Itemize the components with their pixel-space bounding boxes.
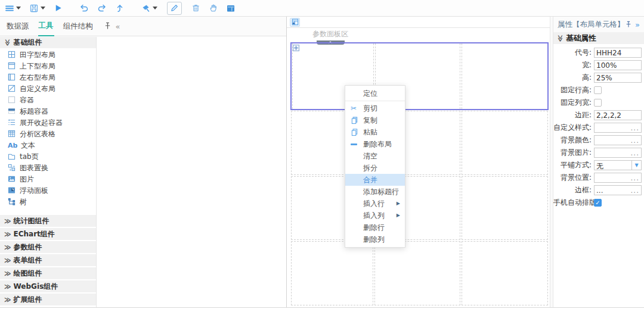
grid-cell[interactable] [291,241,373,305]
menu-item-cut[interactable]: ✂剪切 [345,102,405,114]
tab-datasource[interactable]: 数据源 [6,17,30,36]
bg-position-picker[interactable]: ... [594,173,642,183]
palette-item-analysis-table[interactable]: 分析区表格 [0,129,96,140]
hand-pan-icon[interactable] [209,2,218,15]
menu-dropdown-icon[interactable] [14,2,21,15]
menu-item-delete-row[interactable]: 删除行 [345,221,405,233]
param-panel-toggle-icon[interactable] [290,18,300,27]
menu-item-remove-layout[interactable]: 删除布局 [345,138,405,150]
palette-item-tree[interactable]: 树 [0,196,96,208]
grid-cell[interactable] [462,241,548,305]
publish-icon[interactable] [115,2,125,15]
submenu-arrow-icon: ▶ [397,198,400,210]
pin-icon[interactable] [104,22,111,31]
fixed-row-height-checkbox[interactable] [594,86,602,94]
menu-item-split[interactable]: 拆分 [345,162,405,174]
copy-icon [351,114,360,126]
palette-item-image[interactable]: 图片 [0,174,96,185]
palette-item-left-right-layout[interactable]: 左右型布局 [0,72,96,83]
tab-tools[interactable]: 工具 [38,17,54,36]
ellipsis-icon[interactable]: ... [631,151,639,155]
edit-pencil-icon[interactable] [167,2,182,15]
panel-window-icon[interactable] [226,2,236,15]
menu-item-locate[interactable]: 定位 [345,88,405,99]
palette-item-collapse-container[interactable]: 展开收起容器 [0,117,96,129]
submenu-arrow-icon: ▶ [397,210,400,221]
grid-row-2 [290,110,549,176]
redo-icon[interactable] [97,2,107,15]
menu-item-insert-col[interactable]: 插入列▶ [345,210,405,221]
width-label: 宽: [553,60,594,70]
section-basic-components[interactable]: ≫ 基础组件 [0,37,96,48]
custom-style-picker[interactable]: ... [594,123,642,133]
collapse-left-icon[interactable]: « [116,22,120,31]
grid-cell[interactable] [462,111,548,175]
bg-image-picker[interactable]: ... [594,148,642,158]
fixed-col-width-checkbox[interactable] [594,99,602,107]
component-palette: ≫ 基础组件 田字型布局 上下型布局 左右型布局 [0,37,97,307]
grid-cell[interactable] [462,176,548,241]
menu-item-copy[interactable]: 复制 [345,114,405,126]
main-area: 数据源 工具 组件结构 « ≫ 基础组件 田字 [0,17,644,308]
ellipsis-icon[interactable]: ... [631,176,639,180]
undo-icon[interactable] [79,2,89,15]
section-statistic-chart[interactable]: ≫统计图组件 [0,215,96,227]
collapsed-sections: ≫统计图组件 ≫EChart组件 ≫参数组件 ≫表单组件 ≫绘图组件 ≫WebG… [0,215,96,305]
grid-cell[interactable] [462,43,547,109]
grid-row-1-selected[interactable] [290,42,549,110]
menu-separator [345,101,405,101]
tab-component-structure[interactable]: 组件结构 [63,17,94,36]
section-drawing[interactable]: ≫绘图组件 [0,267,96,279]
dropdown-arrow-icon[interactable]: ▼ [631,161,641,170]
code-input[interactable] [594,48,642,58]
section-form[interactable]: ≫表单组件 [0,254,96,266]
bg-position-label: 背景位置: [553,173,594,183]
save-icon[interactable] [29,2,39,15]
text-ab-icon: Ab [8,142,17,149]
menu-item-clear[interactable]: 清空 [345,150,405,162]
border-picker[interactable]: ...... [594,185,642,195]
mobile-auto-layout-checkbox[interactable]: ✓ [594,199,602,207]
margin-input[interactable] [594,110,642,120]
section-echart[interactable]: ≫EChart组件 [0,228,96,240]
tile-mode-select[interactable]: 无 ▼ [594,160,642,170]
palette-item-top-bottom-layout[interactable]: 上下型布局 [0,61,96,72]
palette-item-chart-swap[interactable]: 图表置换 [0,163,96,174]
save-dropdown-icon[interactable] [39,2,45,15]
palette-item-container[interactable]: 容器 [0,95,96,106]
menu-item-add-title-row[interactable]: 添加标题行 [345,186,405,198]
top-bottom-layout-icon [8,62,16,71]
palette-item-grid-layout[interactable]: 田字型布局 [0,49,96,61]
height-input[interactable] [594,73,642,83]
section-basic-properties[interactable]: ≫ 基础属性 [553,32,644,44]
section-parameter[interactable]: ≫参数组件 [0,241,96,253]
palette-item-text[interactable]: Ab 文本 [0,140,96,151]
palette-item-custom-layout[interactable]: 自定义布局 [0,83,96,95]
palette-item-tab-page[interactable]: tab页 [0,151,96,163]
section-extension[interactable]: ≫扩展组件 [0,294,96,305]
expand-right-icon[interactable]: » [635,20,640,29]
bg-color-picker[interactable]: ... [594,135,642,145]
tab-page-icon [8,152,16,162]
ellipsis-icon[interactable]: ... [631,126,639,130]
format-paint-dropdown-icon[interactable] [151,2,157,15]
grid-row-4 [290,241,549,306]
menu-item-merge[interactable]: 合并 [345,174,405,186]
custom-style-label: 自定义样式: [553,123,594,133]
section-webgis[interactable]: ≫WebGis组件 [0,280,96,292]
grid-cell[interactable] [374,241,460,305]
menu-item-insert-row[interactable]: 插入行▶ [345,198,405,210]
row-drag-handle-icon[interactable] [293,45,299,51]
palette-item-float-panel[interactable]: 浮动面板 [0,185,96,196]
run-icon[interactable] [54,2,63,15]
width-input[interactable] [594,60,642,70]
menu-icon[interactable] [5,2,14,15]
menu-item-delete-col[interactable]: 删除列 [345,233,405,245]
ellipsis-icon[interactable]: ... [631,188,639,193]
format-paint-icon[interactable] [141,2,151,15]
trash-icon[interactable] [191,2,200,15]
palette-item-title-container[interactable]: 标题容器 [0,106,96,117]
pin-icon[interactable] [626,20,631,29]
menu-item-paste[interactable]: 粘贴 [345,126,405,138]
ellipsis-icon[interactable]: ... [631,138,639,143]
